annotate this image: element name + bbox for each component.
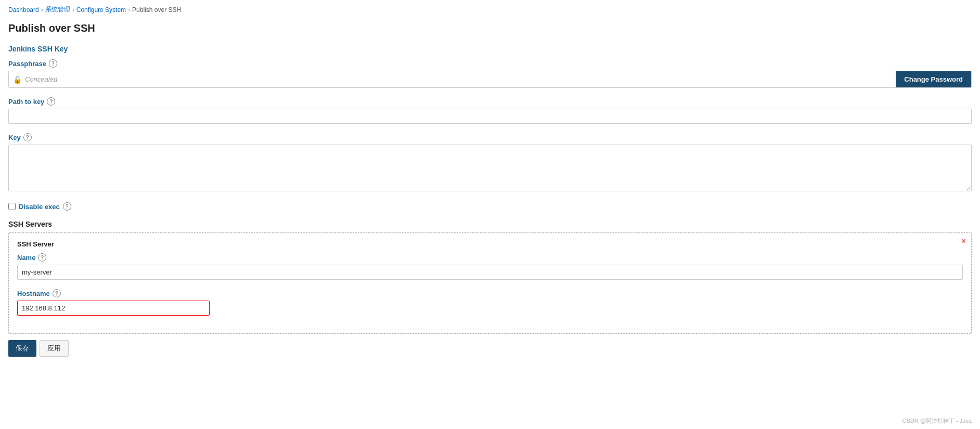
passphrase-help-icon[interactable]: ?	[49, 59, 57, 68]
name-label-text: Name	[17, 254, 35, 262]
passphrase-row: 🔒 Concealed Change Password	[8, 71, 972, 88]
hostname-input-wrapper	[17, 301, 963, 316]
page-container: Publish over SSH Jenkins SSH Key Passphr…	[0, 19, 980, 378]
breadcrumb: Dashboard › 系统管理 › Configure System › Pu…	[0, 0, 980, 19]
key-label-text: Key	[8, 134, 21, 141]
key-label: Key ?	[8, 133, 972, 141]
breadcrumb-sep-1: ›	[41, 6, 43, 14]
ssh-servers-section: SSH Servers × SSH Server Name ? Hostname…	[8, 220, 972, 334]
ssh-server-hostname-group: Hostname ?	[17, 289, 963, 316]
path-to-key-input[interactable]	[8, 109, 972, 124]
path-to-key-field-group: Path to key ?	[8, 97, 972, 124]
key-help-icon[interactable]: ?	[23, 133, 32, 141]
hostname-label-text: Hostname	[17, 290, 50, 297]
ssh-server-name-group: Name ?	[17, 253, 963, 280]
lock-icon: 🔒	[13, 75, 22, 84]
ssh-servers-label: SSH Servers	[8, 220, 972, 228]
ssh-server-title: SSH Server	[17, 240, 963, 248]
action-buttons: 保存 应用	[8, 340, 972, 357]
ssh-server-name-label: Name ?	[17, 253, 963, 262]
ssh-server-close-icon[interactable]: ×	[961, 237, 966, 245]
breadcrumb-system-admin[interactable]: 系统管理	[45, 5, 70, 14]
path-to-key-label-text: Path to key	[8, 98, 44, 106]
passphrase-label: Passphrase ?	[8, 59, 972, 68]
breadcrumb-sep-2: ›	[72, 6, 74, 14]
passphrase-field-group: Passphrase ? 🔒 Concealed Change Password	[8, 59, 972, 88]
disable-exec-help-icon[interactable]: ?	[63, 202, 71, 211]
ssh-server-name-help-icon[interactable]: ?	[38, 253, 46, 262]
breadcrumb-dashboard[interactable]: Dashboard	[8, 6, 39, 14]
passphrase-concealed-text: Concealed	[25, 75, 57, 83]
apply-button[interactable]: 应用	[40, 340, 69, 357]
breadcrumb-current: Publish over SSH	[132, 6, 181, 14]
ssh-server-hostname-label: Hostname ?	[17, 289, 963, 297]
path-to-key-label: Path to key ?	[8, 97, 972, 106]
disable-exec-label[interactable]: Disable exec	[19, 203, 60, 211]
page-title: Publish over SSH	[8, 22, 972, 34]
jenkins-ssh-key-label: Jenkins SSH Key	[8, 45, 972, 53]
key-textarea[interactable]	[8, 145, 972, 191]
path-to-key-help-icon[interactable]: ?	[47, 97, 55, 106]
passphrase-label-text: Passphrase	[8, 60, 46, 68]
disable-exec-row: Disable exec ?	[8, 202, 972, 211]
breadcrumb-configure-system[interactable]: Configure System	[76, 6, 126, 14]
change-password-button[interactable]: Change Password	[896, 71, 971, 87]
passphrase-input-wrapper: 🔒 Concealed	[9, 71, 896, 87]
breadcrumb-sep-3: ›	[128, 6, 130, 14]
save-button[interactable]: 保存	[8, 340, 36, 357]
ssh-server-hostname-help-icon[interactable]: ?	[53, 289, 61, 297]
ssh-server-card: × SSH Server Name ? Hostname ?	[8, 232, 972, 334]
ssh-server-name-input[interactable]	[17, 265, 963, 280]
key-field-group: Key ?	[8, 133, 972, 193]
disable-exec-checkbox[interactable]	[8, 203, 16, 210]
ssh-server-hostname-input[interactable]	[17, 301, 210, 316]
